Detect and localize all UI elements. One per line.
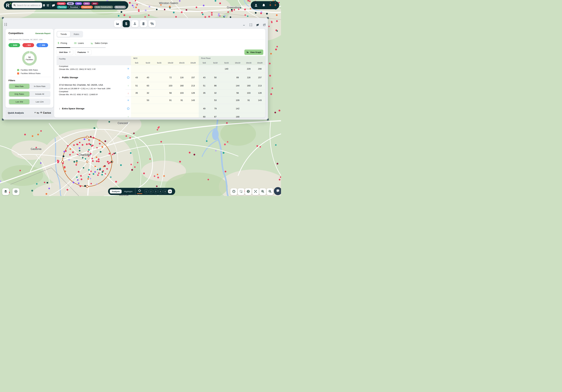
eye-off-icon[interactable] <box>51 3 55 8</box>
column-header-10x20[interactable]: 10x20 <box>187 62 199 64</box>
pill-2022[interactable]: 2022 <box>91 2 98 5</box>
column-header-10x15[interactable]: 10x15 <box>176 62 187 64</box>
recenter-button[interactable] <box>252 188 259 195</box>
rate-cell: 157 <box>187 73 199 82</box>
column-header-5x10[interactable]: 5x10 <box>142 62 154 64</box>
column-header-10x15[interactable]: 10x15 <box>243 62 254 64</box>
column-header-10x10[interactable]: 10x10 <box>165 62 176 64</box>
stat-pill-down[interactable]: ↓$10 <box>23 43 34 47</box>
drag-grip-icon[interactable] <box>5 23 7 26</box>
view-graph-button[interactable]: View Graph <box>244 50 263 55</box>
tab-sales-comps[interactable]: Sales Comps <box>91 42 107 45</box>
radius-tool-button[interactable] <box>137 189 142 194</box>
rate-cell: 103 <box>243 90 254 97</box>
tab-trends[interactable]: Trends <box>57 32 70 37</box>
rate-cell <box>176 65 187 72</box>
tab-rates[interactable]: Rates <box>70 32 82 37</box>
radius-page-5[interactable]: 5 <box>163 190 167 193</box>
basemap-button[interactable] <box>245 188 252 195</box>
toolbar-dollar-button[interactable]: $ <box>123 20 130 27</box>
pill-2025[interactable]: 2025 <box>67 2 74 5</box>
radius-page-2[interactable]: 2 <box>149 190 153 193</box>
column-header-5x5[interactable]: 5x5 <box>199 62 210 64</box>
layers-button[interactable] <box>2 188 9 195</box>
pill-permitted[interactable]: Permitted <box>68 6 80 9</box>
rate-cell: 35 <box>199 90 210 97</box>
column-header-10x10[interactable]: 10x10 <box>232 62 243 64</box>
stat-pill-up[interactable]: ↑$450 <box>9 43 20 47</box>
rate-cell: 128 <box>187 90 199 97</box>
rate-cell: 32 <box>210 90 221 97</box>
column-header-5x10[interactable]: 5x10 <box>210 62 221 64</box>
toolbar-building-button[interactable] <box>140 20 147 27</box>
rate-cell: 43 <box>142 73 154 82</box>
rate-cell <box>154 113 165 117</box>
app-logo[interactable]: R+ <box>6 3 12 8</box>
counter-badge-2[interactable]: 0 <box>274 4 277 7</box>
mode-analysis[interactable]: Analysis <box>110 190 122 193</box>
toolbar-percent-button[interactable]: % <box>149 20 156 27</box>
column-header-10x20[interactable]: 10x20 <box>254 62 265 64</box>
rate-cell: 86 <box>210 82 221 89</box>
rate-cell <box>131 104 142 113</box>
pill-not-active[interactable]: Not Active <box>114 6 126 9</box>
user-icon[interactable] <box>254 3 258 8</box>
map-label-charlotte: Charlotte <box>78 153 91 157</box>
table-row-facility[interactable]: CompletedClimate Mix: 100% CC: 39412 ft²… <box>57 65 265 73</box>
pill-under-construction[interactable]: Under Construction <box>94 6 113 9</box>
zoom-in-button[interactable] <box>259 188 266 195</box>
radius-page-10[interactable]: 10 <box>168 190 172 193</box>
toggle-web-rate[interactable]: Web RateIn-Store Rate <box>9 83 50 89</box>
rate-cell <box>165 113 176 117</box>
toggle-only-rates[interactable]: Only RatesInclude All <box>9 91 50 97</box>
open-external-icon[interactable] <box>263 23 266 26</box>
tab-pricing[interactable]: $Pricing <box>58 42 67 45</box>
features-dropdown[interactable]: Features <box>75 49 92 55</box>
rate-cell <box>221 113 232 117</box>
table-row-facility[interactable]: ↑6087168 <box>57 113 265 117</box>
minimize-icon[interactable] <box>243 23 246 26</box>
mode-highlight[interactable]: Highlight <box>122 190 134 193</box>
table-row-brand[interactable]: ↓Extra Space Storage4979142 <box>57 104 265 113</box>
chat-button[interactable] <box>274 187 281 195</box>
select-area-button[interactable] <box>238 188 245 195</box>
radius-circle-icon <box>138 189 141 193</box>
pill-supply[interactable]: Supply <box>57 2 66 5</box>
fullscreen-icon[interactable] <box>249 23 252 26</box>
bell-icon[interactable] <box>261 3 266 8</box>
toolbar-person-pin-button[interactable] <box>131 20 138 27</box>
add-button[interactable] <box>12 188 19 195</box>
table-row-brand[interactable]: ↓Public Storage434372116157435089116157 <box>57 73 265 82</box>
radius-page-4[interactable]: 4 <box>159 190 162 193</box>
stat-pill-circle[interactable]: $98 <box>36 43 48 47</box>
zoom-out-button[interactable] <box>267 188 273 195</box>
pill-2024[interactable]: 2024 <box>75 2 82 5</box>
counter-badge-1[interactable]: 0 <box>269 4 271 7</box>
generate-report-link[interactable]: Generate Report <box>35 32 50 34</box>
pill-2023[interactable]: 2023 <box>83 2 90 5</box>
rate-cell: 103 <box>176 90 187 97</box>
unit-size-dropdown[interactable]: Unit Size <box>57 49 73 55</box>
pill-planning[interactable]: Planning <box>57 6 67 9</box>
pill-expansion[interactable]: Expansion <box>81 6 93 9</box>
search-box[interactable] <box>12 2 42 8</box>
column-header-5x15[interactable]: 5x15 <box>154 62 165 64</box>
rate-cell <box>210 65 221 72</box>
eye-off-icon[interactable] <box>256 23 259 26</box>
tab-underline <box>57 47 106 48</box>
search-input[interactable] <box>17 4 41 7</box>
trend-up-icon: ↑ <box>126 82 131 89</box>
column-header-5x15[interactable]: 5x15 <box>221 62 232 64</box>
column-header-facility[interactable]: Facility <box>57 56 131 65</box>
tab-loans[interactable]: Loans <box>74 42 84 45</box>
column-header-5x5[interactable]: 5x5 <box>131 62 142 64</box>
map-label-winston-salem: Winston-Salem <box>159 1 178 5</box>
location-pin-icon[interactable] <box>42 3 46 8</box>
help-button[interactable]: ? <box>230 188 237 195</box>
radius-page-1[interactable]: 1 <box>144 190 148 193</box>
filter-sliders-icon[interactable] <box>46 3 49 8</box>
table-row-facility[interactable]: 3710 Monroe Rd, Charlotte, NC 28205, USA… <box>57 82 265 104</box>
toolbar-area-chart-button[interactable] <box>114 20 121 27</box>
radius-page-3[interactable]: 3 <box>154 190 158 193</box>
toggle-last-30d[interactable]: Last 30dLast 12m <box>9 99 50 105</box>
